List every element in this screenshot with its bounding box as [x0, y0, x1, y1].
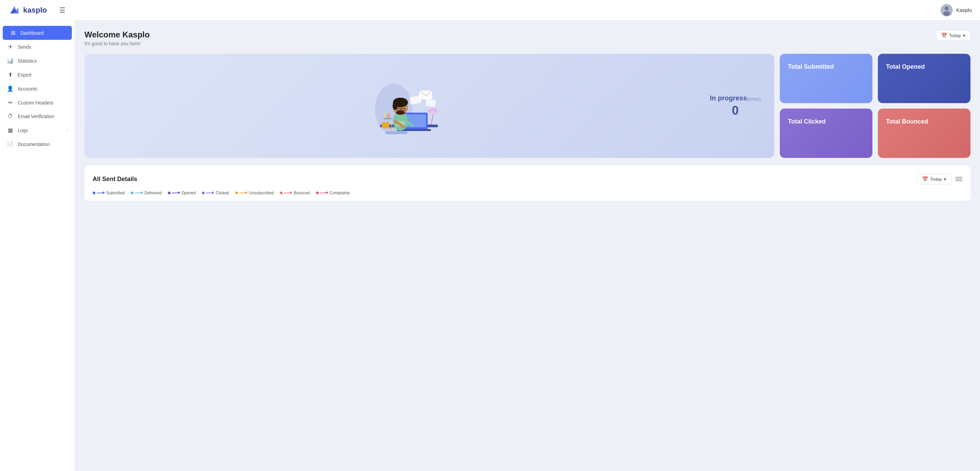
svg-rect-30 [384, 113, 386, 119]
hamburger-button[interactable]: ☰ [59, 6, 65, 14]
sidebar-icon-email-verification: ⏱ [7, 113, 14, 119]
legend-line-bounced [284, 193, 291, 193]
sidebar-item-sends[interactable]: ✈ Sends [0, 40, 75, 54]
legend-line-unsubscribed [239, 193, 246, 193]
legend-dot-bounced [280, 192, 283, 194]
date-filter-button[interactable]: 📅 Today ▾ [936, 30, 970, 41]
sidebar-label-statistics: Statistics [18, 58, 37, 63]
chevron-down-icon: ▾ [963, 33, 966, 38]
calendar-icon: 📅 [941, 33, 947, 38]
in-progress-text: In progress [710, 94, 747, 102]
in-progress-count: 0 [710, 103, 761, 118]
svg-rect-21 [382, 122, 389, 128]
avatar-img [940, 4, 953, 16]
svg-rect-33 [383, 118, 391, 119]
sidebar-item-email-verification[interactable]: ⏱ Email Verification [0, 109, 75, 123]
svg-point-4 [943, 11, 950, 16]
sidebar-icon-sends: ✈ [7, 44, 14, 50]
stat-card-total-opened: Total Opened [878, 54, 970, 103]
user-name-label: Kasplo [956, 7, 972, 13]
sidebar-item-logs[interactable]: ▦ Logs › [0, 123, 75, 137]
sidebar-label-logs: Logs [18, 128, 28, 133]
sent-details-header: All Sent Details 📅 Today ▾ [92, 174, 962, 184]
legend-label-unsubscribed: Unsubscribed [249, 190, 274, 195]
legend-item-opened: Opened [168, 190, 196, 195]
chevron-down-icon-2: ▾ [944, 177, 946, 182]
legend-dot-submitted [92, 192, 95, 194]
legend-label-bounced: Bounced [294, 190, 310, 195]
sent-details-date-filter[interactable]: 📅 Today ▾ [917, 174, 951, 184]
svg-rect-32 [388, 113, 390, 119]
logo-text: kasplo [23, 6, 47, 14]
navbar: kasplo ☰ Kasplo [0, 0, 980, 21]
illustration-svg [360, 72, 448, 140]
hero-illustration [98, 72, 710, 140]
sidebar-label-dashboard: Dashboard [21, 30, 44, 36]
page-title-section: Welcome Kasplo It's good to have you her… [84, 30, 150, 46]
legend-label-complaints: Complaints [329, 190, 350, 195]
legend-line-clicked [206, 193, 213, 193]
logo-icon [8, 4, 21, 16]
legend-dot-delivered [131, 192, 134, 194]
chart-legend: Submitted Delivered Opened Clicked [92, 190, 962, 195]
hero-text-section: In progress(today) 0 [710, 94, 761, 118]
navbar-left: kasplo ☰ [8, 4, 65, 16]
legend-line-submitted [97, 193, 103, 193]
sidebar-item-statistics[interactable]: 📊 Statistics [0, 54, 75, 68]
sidebar-label-accounts: Accounts [18, 86, 37, 92]
legend-dot-unsubscribed [235, 192, 238, 194]
sidebar-icon-dashboard: ⊞ [10, 30, 16, 36]
svg-rect-26 [385, 132, 407, 134]
sidebar-icon-export: ⬆ [7, 71, 14, 78]
stat-card-label-total-bounced: Total Bounced [886, 118, 928, 125]
sidebar-item-documentation[interactable]: 📄 Documentation [0, 137, 75, 151]
sidebar-label-email-verification: Email Verification [18, 114, 54, 119]
page-header: Welcome Kasplo It's good to have you her… [84, 30, 970, 46]
sidebar-label-export: Export [18, 72, 31, 78]
navbar-right: Kasplo [940, 4, 972, 16]
legend-dot-opened [168, 192, 170, 194]
options-icon[interactable] [956, 177, 962, 181]
legend-line-opened [172, 193, 179, 193]
legend-line-complaints [320, 193, 327, 193]
sidebar-label-custom-headers: Custom Headers [18, 100, 54, 106]
legend-dot-clicked [202, 192, 205, 194]
svg-point-29 [431, 111, 435, 115]
svg-rect-24 [426, 99, 436, 107]
stat-card-label-total-submitted: Total Submitted [788, 63, 834, 70]
legend-item-unsubscribed: Unsubscribed [235, 190, 274, 195]
sent-details-card: All Sent Details 📅 Today ▾ [84, 165, 970, 201]
chevron-right-icon: › [67, 128, 68, 133]
svg-point-3 [945, 6, 949, 11]
stats-right-grid: Total SubmittedTotal OpenedTotal Clicked… [780, 54, 970, 158]
sent-details-actions: 📅 Today ▾ [917, 174, 962, 184]
stat-card-label-total-clicked: Total Clicked [788, 118, 826, 125]
sidebar-icon-custom-headers: ✏ [7, 99, 14, 106]
legend-label-clicked: Clicked [216, 190, 229, 195]
stat-card-total-clicked: Total Clicked [780, 109, 872, 158]
stats-grid: In progress(today) 0 Total SubmittedTota… [84, 54, 970, 158]
sidebar: ⊞ Dashboard ✈ Sends 📊 Statistics ⬆ Expor… [0, 21, 75, 471]
sidebar-label-sends: Sends [18, 44, 31, 50]
hero-card: In progress(today) 0 [84, 54, 774, 158]
sidebar-icon-accounts: 👤 [7, 86, 14, 92]
logo[interactable]: kasplo [8, 4, 47, 16]
sidebar-icon-logs: ▦ [7, 127, 14, 133]
legend-label-submitted: Submitted [106, 190, 125, 195]
sidebar-item-accounts[interactable]: 👤 Accounts [0, 82, 75, 96]
legend-line-delivered [135, 193, 142, 193]
sidebar-label-documentation: Documentation [18, 141, 50, 147]
sent-details-title: All Sent Details [92, 176, 137, 183]
legend-label-opened: Opened [181, 190, 196, 195]
in-progress-today: (today) [747, 96, 761, 101]
stat-card-label-total-opened: Total Opened [886, 63, 925, 70]
sidebar-item-custom-headers[interactable]: ✏ Custom Headers [0, 96, 75, 109]
sidebar-item-dashboard[interactable]: ⊞ Dashboard [3, 26, 72, 40]
sidebar-icon-statistics: 📊 [7, 57, 14, 64]
sidebar-item-export[interactable]: ⬆ Export [0, 68, 75, 82]
legend-dot-complaints [316, 192, 319, 194]
in-progress-label: In progress(today) [710, 94, 761, 102]
date-filter-label: Today [949, 33, 961, 38]
page-subtitle: It's good to have you here! [84, 41, 150, 46]
stat-card-total-submitted: Total Submitted [780, 54, 872, 103]
